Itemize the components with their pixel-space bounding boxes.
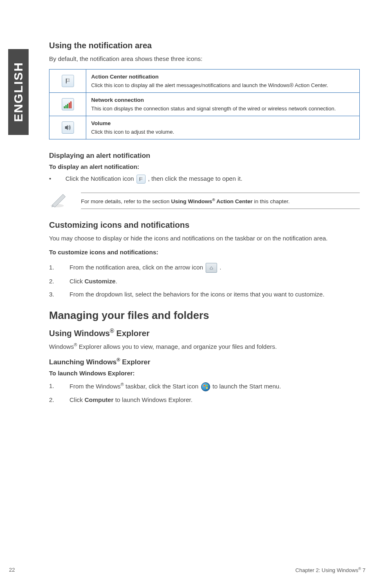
heading-alert-notification: Displaying an alert notification [49,152,360,160]
notification-flag-icon [137,175,146,184]
note-text: For more details, refer to the section U… [81,193,360,209]
intro-customizing: You may choose to display or hide the ic… [49,234,360,243]
intro-notification-area: By default, the notification area shows … [49,54,360,63]
heading-using-explorer: Using Windows® Explorer [49,328,360,338]
footer-pre: Chapter 2: Using Windows [296,567,359,573]
heading-post: Explorer [114,328,150,337]
bullet-click-notification: Click the Notification icon , then click… [49,174,360,184]
row-title: Action Center notification [91,74,354,80]
step-post: to launch the Start menu. [213,383,281,390]
desc-cell: Action Center notification Click this ic… [86,69,360,92]
intro-sup: ® [74,342,77,347]
table-row: Network connection This icon displays th… [49,92,360,116]
heading-pre: Using Windows [49,328,110,337]
svg-rect-5 [204,387,205,389]
icon-cell [49,92,86,116]
bullet-text-post: , then click the message to open it. [148,175,242,182]
heading-customizing: Customizing icons and notifications [49,220,360,230]
step-number: 2. [49,395,54,405]
note-block: For more details, refer to the section U… [49,192,360,210]
step-item: 2. Click Computer to launch Windows Expl… [49,395,360,405]
note-sup: ® [212,197,215,202]
subheading-launching-explorer: To launch Windows Explorer: [49,370,360,377]
icon-cell [49,69,86,92]
step-item: 3. From the dropdown list, select the be… [49,290,360,299]
svg-rect-4 [206,385,208,386]
table-row: Volume Click this icon to adjust the vol… [49,116,360,139]
step-item: 1. From the notification area, click on … [49,263,360,273]
row-title: Network connection [91,97,354,103]
step-bold: Customize [85,278,116,285]
notification-icons-table: Action Center notification Click this ic… [49,69,360,139]
bullet-text-pre: Click the Notification icon [65,175,136,182]
row-desc: Click this icon to adjust the volume. [91,129,174,135]
step-pre1: From the Windows [69,383,121,390]
pencil-icon [49,192,69,210]
step-pre: Click [69,396,85,403]
heading-sup: ® [110,328,114,334]
subheading-customizing: To customize icons and notifications: [49,249,360,256]
page-footer: 22 Chapter 2: Using Windows® 7 [9,567,365,573]
heading-launching-explorer: Launching Windows® Explorer [49,357,360,366]
svg-rect-3 [204,385,205,386]
row-desc: Click this icon to display all the alert… [91,82,328,88]
arrow-up-icon [206,263,217,273]
step-text: From the dropdown list, select the behav… [69,291,325,298]
page-number: 22 [9,567,15,573]
intro-pre: Windows [49,343,74,350]
table-row: Action Center notification Click this ic… [49,69,360,92]
step-number: 2. [49,277,54,286]
step-item: 2. Click Customize. [49,277,360,286]
step-text-pre: Click [69,278,85,285]
step-number: 1. [49,382,54,391]
note-bold2: Action Center [215,198,253,204]
note-pre: For more details, refer to the section [81,198,171,204]
heading-sup: ® [117,357,120,363]
step-sup: ® [121,382,124,387]
volume-icon [62,121,74,134]
step-text-post: . [220,264,221,271]
row-desc: This icon displays the connection status… [91,105,336,112]
heading-notification-area: Using the notification area [49,41,360,50]
footer-right: Chapter 2: Using Windows® 7 [296,567,365,573]
language-tab-label: ENGLISH [11,62,25,122]
main-content: Using the notification area By default, … [49,41,360,408]
step-post: to launch Windows Explorer. [114,396,193,403]
network-icon [62,98,74,110]
subheading-alert-notification: To display an alert notification: [49,163,360,170]
intro-post: Explorer allows you to view, manage, and… [77,343,277,350]
heading-pre: Launching Windows [49,358,117,366]
step-text-post: . [116,278,117,285]
svg-rect-6 [206,387,208,389]
step-pre2: taskbar, click the Start icon [124,383,200,390]
desc-cell: Network connection This icon displays th… [86,92,360,116]
step-text-pre: From the notification area, click on the… [69,264,205,271]
row-title: Volume [91,120,354,126]
step-number: 1. [49,263,54,272]
start-orb-icon [201,382,210,391]
action-center-icon [62,75,74,87]
note-post: in this chapter. [253,198,290,204]
step-item: 1. From the Windows® taskbar, click the … [49,382,360,391]
step-bold: Computer [85,396,114,403]
heading-managing-files: Managing your files and folders [49,309,360,322]
step-number: 3. [49,290,54,299]
intro-using-explorer: Windows® Explorer allows you to view, ma… [49,342,360,351]
language-tab: ENGLISH [8,49,29,135]
heading-post: Explorer [120,358,150,366]
icon-cell [49,116,86,139]
desc-cell: Volume Click this icon to adjust the vol… [86,116,360,139]
footer-post: 7 [361,567,365,573]
note-bold1: Using Windows [171,198,212,204]
